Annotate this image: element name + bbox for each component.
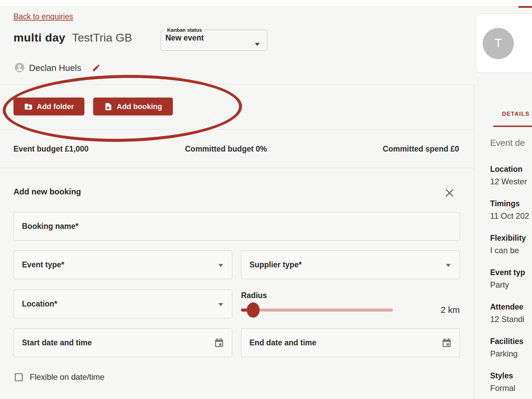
section-title: Timings: [490, 199, 532, 208]
page-title-secondary: TestTria GB: [72, 31, 132, 44]
event-budget-text: Event budget £1,000: [14, 144, 88, 154]
location-label: Location*: [14, 299, 57, 309]
details-section-attendees: Attendee 12 Standi: [490, 302, 532, 324]
details-section-location: Location 12 Wester: [490, 164, 532, 186]
section-value: 12 Wester: [490, 177, 532, 186]
tab-details[interactable]: DETAILS: [502, 111, 530, 117]
owner-avatar: [15, 63, 24, 72]
section-value: 12 Standi: [490, 315, 532, 324]
radius-label: Radius: [241, 291, 267, 300]
section-title: Attendee: [490, 302, 532, 312]
calendar-icon: [441, 338, 452, 348]
event-type-label: Event type*: [14, 260, 64, 269]
section-value: Formal: [490, 383, 532, 393]
chevron-down-icon: [218, 303, 223, 306]
active-tab-indicator: [518, 6, 532, 8]
avatar: T: [483, 28, 514, 59]
form-heading: Add new booking: [14, 187, 81, 196]
add-folder-button[interactable]: Add folder: [14, 98, 84, 115]
section-value: Party: [490, 280, 532, 290]
supplier-type-select[interactable]: Supplier type*: [241, 250, 460, 279]
end-date-label: End date and time: [241, 338, 316, 347]
supplier-type-label: Supplier type*: [241, 260, 302, 269]
committed-spend-text: Committed spend £0: [383, 144, 459, 154]
add-folder-label: Add folder: [37, 102, 74, 111]
file-plus-icon: [104, 102, 113, 111]
top-bar: [0, 0, 532, 6]
details-section-timings: Timings 11 Oct 202: [490, 199, 532, 221]
page-title-primary: multi day: [14, 31, 65, 44]
section-value: Parking: [490, 349, 532, 358]
start-date-field[interactable]: Start date and time: [14, 328, 232, 357]
pencil-icon[interactable]: [92, 63, 101, 72]
details-section-styles: Styles Formal: [490, 371, 532, 393]
location-select[interactable]: Location*: [14, 290, 232, 318]
add-booking-label: Add booking: [117, 102, 162, 111]
radius-slider-track[interactable]: [241, 309, 393, 312]
section-value: 11 Oct 202: [490, 211, 532, 221]
close-icon[interactable]: [445, 188, 454, 197]
kanban-status-value: New event: [161, 33, 267, 43]
back-to-enquiries-link[interactable]: Back to enquiries: [14, 12, 73, 21]
owner-name: Declan Huels: [29, 63, 81, 73]
details-section-facilities: Facilities Parking: [490, 337, 532, 358]
chevron-down-icon: [255, 43, 260, 46]
folder-plus-icon: [24, 102, 33, 111]
chevron-down-icon: [446, 264, 451, 267]
event-type-select[interactable]: Event type*: [14, 250, 232, 279]
divider: [0, 129, 474, 130]
panel-divider: [474, 84, 474, 399]
section-value: I can be: [490, 246, 532, 255]
section-title: Flexibility: [490, 233, 532, 243]
flexible-checkbox[interactable]: [15, 373, 23, 381]
start-date-label: Start date and time: [14, 338, 92, 347]
page-title: multi day TestTria GB: [14, 31, 132, 44]
section-title: Facilities: [490, 337, 532, 346]
tab-details-underline: [493, 126, 532, 127]
radius-value: 2 km: [441, 305, 460, 315]
kanban-status-label: Kanban status: [165, 27, 204, 33]
details-section-event-type: Event typ Party: [490, 268, 532, 290]
chevron-down-icon: [218, 264, 223, 267]
kanban-status-select[interactable]: Kanban status New event: [161, 27, 267, 51]
section-title: Styles: [490, 371, 532, 380]
details-heading: Event de: [490, 138, 525, 148]
section-title: Location: [490, 164, 532, 174]
divider: [0, 168, 474, 168]
flexible-checkbox-label: Flexible on date/time: [30, 372, 104, 382]
end-date-field[interactable]: End date and time: [241, 328, 460, 357]
details-sections: Location 12 Wester Timings 11 Oct 202 Fl…: [490, 164, 532, 399]
add-booking-button[interactable]: Add booking: [93, 98, 173, 115]
committed-budget-text: Committed budget 0%: [185, 144, 267, 154]
divider: [0, 84, 474, 85]
booking-name-label: Booking name*: [14, 222, 78, 231]
section-title: Event typ: [490, 268, 532, 277]
details-section-flexibility: Flexibility I can be: [490, 233, 532, 255]
person-icon: [15, 63, 24, 72]
calendar-icon: [214, 338, 224, 348]
booking-name-field[interactable]: Booking name*: [14, 212, 460, 241]
profile-card: T: [476, 14, 532, 73]
radius-slider-thumb[interactable]: [247, 302, 260, 318]
